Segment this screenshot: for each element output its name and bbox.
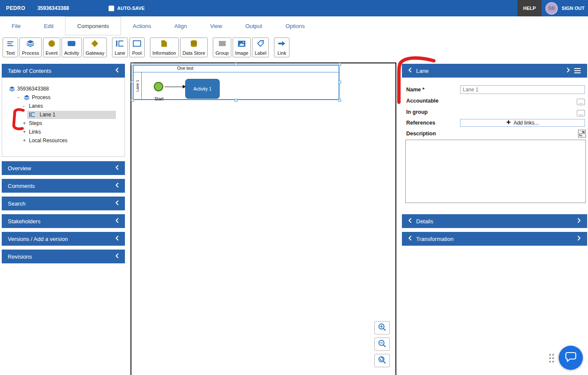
tree-item-root[interactable]: 35936343388: [2, 84, 124, 93]
toolbar-button-pool[interactable]: Pool: [129, 38, 145, 57]
autosave-toggle[interactable]: AUTO-SAVE: [109, 6, 145, 11]
panel-versions[interactable]: Versions / Add a version: [2, 232, 125, 246]
name-input[interactable]: [460, 85, 585, 94]
tree-expander[interactable]: -: [23, 103, 29, 109]
tree-item-lane1[interactable]: Lane 1: [27, 111, 116, 119]
diagram-canvas[interactable]: One test Lane 1 Start Activity 1: [131, 62, 396, 375]
lane-icon: [29, 112, 35, 117]
menu-components[interactable]: Components: [65, 16, 121, 35]
chevron-right-icon: [577, 235, 581, 242]
section-details[interactable]: Details: [402, 214, 587, 228]
lane-properties-form: Name * Accountable ... In group ... Refe…: [402, 78, 587, 212]
image-icon: [238, 39, 246, 48]
menu-align[interactable]: Align: [163, 16, 199, 35]
menu-file[interactable]: File: [0, 16, 32, 35]
toolbar-button-gateway[interactable]: Gateway: [83, 38, 107, 57]
start-event-node[interactable]: [154, 82, 163, 91]
tree-item-links[interactable]: + Links: [2, 128, 124, 136]
panel-overview[interactable]: Overview: [2, 161, 125, 175]
zoom-in-icon: [378, 323, 386, 333]
tree-item-steps[interactable]: + Steps: [2, 119, 124, 128]
selection-handle[interactable]: [234, 99, 237, 102]
selection-handle[interactable]: [131, 81, 134, 84]
plus-icon: [506, 120, 511, 126]
panel-revisions[interactable]: Revisions: [2, 250, 125, 263]
toolbar-button-label[interactable]: Label: [252, 38, 269, 57]
toolbar-button-event[interactable]: Event: [43, 38, 60, 57]
selection-handle[interactable]: [131, 63, 134, 66]
menu-output[interactable]: Output: [234, 16, 274, 35]
references-label: References: [406, 120, 435, 126]
gateway-icon: [91, 39, 99, 48]
toolbar-button-image[interactable]: Image: [233, 38, 251, 57]
chevron-left-icon: [408, 235, 412, 242]
panel-search[interactable]: Search: [2, 197, 125, 210]
panel-stakeholders[interactable]: Stakeholders: [2, 214, 125, 228]
process-icon: [26, 39, 34, 48]
tree-expander[interactable]: -: [18, 94, 24, 100]
selection-handle[interactable]: [338, 81, 341, 84]
chevron-right-icon: [577, 218, 581, 225]
chevron-left-icon: [115, 182, 119, 189]
toc-tree: 35936343388 - Process - Lanes Lane 1 + S…: [2, 78, 125, 157]
section-transformation[interactable]: Transformation: [402, 232, 587, 246]
event-icon: [48, 39, 56, 48]
start-event-label: Start: [148, 97, 170, 101]
menu-actions[interactable]: Actions: [121, 16, 163, 35]
signout-button[interactable]: SIGN OUT: [562, 6, 585, 11]
lane-label: Lane 1: [135, 80, 140, 92]
toolbar-button-link[interactable]: Link: [274, 38, 289, 57]
ingroup-browse-button[interactable]: ...: [577, 110, 585, 116]
chat-button[interactable]: [559, 346, 583, 370]
expand-icon[interactable]: [578, 130, 586, 138]
selection-handle[interactable]: [131, 99, 134, 102]
hamburger-icon[interactable]: [574, 68, 581, 73]
selection-handle[interactable]: [338, 99, 341, 102]
selection-handle[interactable]: [338, 63, 341, 66]
accountable-browse-button[interactable]: ...: [577, 99, 585, 105]
panel-table-of-contents[interactable]: Table of Contents: [2, 64, 125, 78]
tree-expander[interactable]: +: [23, 120, 29, 126]
tree-item-lanes[interactable]: - Lanes: [2, 102, 124, 110]
tree-expander[interactable]: +: [23, 129, 29, 135]
information-icon: [161, 39, 168, 48]
inspector-header[interactable]: Lane: [402, 64, 587, 78]
help-button[interactable]: HELP: [517, 0, 541, 16]
sequence-flow-arrow[interactable]: [165, 87, 183, 87]
menu-edit[interactable]: Edit: [32, 16, 65, 35]
chevron-left-icon[interactable]: [408, 67, 412, 74]
toolbar-button-text[interactable]: Text: [3, 38, 18, 57]
zoom-reset-icon: [378, 356, 386, 366]
chevron-right-icon[interactable]: [566, 67, 570, 74]
panel-comments[interactable]: Comments: [2, 179, 125, 193]
zoom-out-button[interactable]: [374, 338, 390, 351]
menu-options[interactable]: Options: [274, 16, 317, 35]
datastore-icon: [190, 39, 198, 48]
zoom-in-button[interactable]: [374, 321, 390, 334]
add-links-button[interactable]: Add links...: [460, 119, 585, 127]
pool-shape[interactable]: One test Lane 1 Start Activity 1: [133, 65, 339, 100]
drag-handle-dots-icon[interactable]: [549, 354, 554, 363]
tree-expander[interactable]: +: [23, 138, 29, 144]
toc-title: Table of Contents: [8, 68, 51, 74]
tree-item-process[interactable]: - Process: [2, 93, 124, 102]
toolbar-button-process[interactable]: Process: [19, 38, 42, 57]
top-bar: PEDRO 35936343388 AUTO-SAVE HELP SB SIGN…: [0, 0, 588, 16]
tree-item-local-resources[interactable]: + Local Resources: [2, 136, 124, 145]
menu-bar: File Edit Components Actions Align View …: [0, 16, 588, 35]
toolbar-button-group[interactable]: Group: [213, 38, 231, 57]
inspector-panel: Lane Name * Accountable ... In group ...…: [402, 64, 587, 78]
avatar[interactable]: SB: [545, 2, 558, 15]
activity-node[interactable]: Activity 1: [185, 79, 220, 99]
selection-handle[interactable]: [234, 63, 237, 66]
lane-name-strip[interactable]: Lane 1: [134, 72, 142, 99]
toolbar-button-information[interactable]: Information: [150, 38, 179, 57]
toolbar-button-datastore[interactable]: Data Store: [180, 38, 208, 57]
description-textarea[interactable]: [405, 140, 586, 203]
lane-shape[interactable]: Lane 1 Start Activity 1: [134, 72, 339, 99]
toolbar-button-activity[interactable]: Activity: [62, 38, 82, 57]
menu-view[interactable]: View: [199, 16, 234, 35]
autosave-checkbox[interactable]: [109, 6, 114, 11]
zoom-reset-button[interactable]: [374, 354, 390, 367]
toolbar-button-lane[interactable]: Lane: [112, 38, 128, 57]
